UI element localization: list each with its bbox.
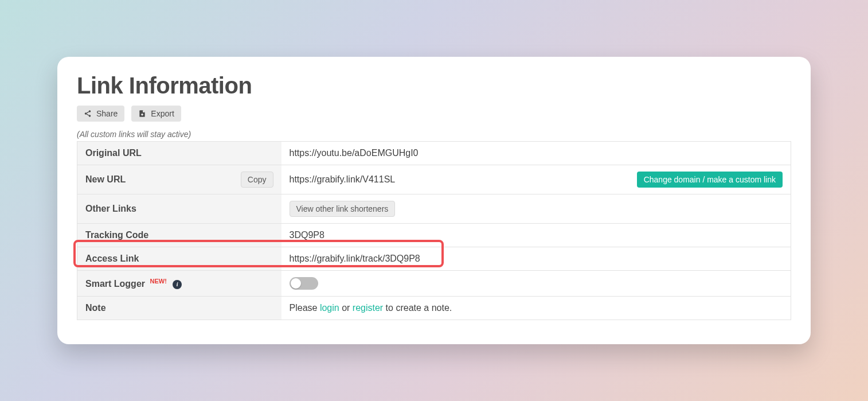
label-new-url: New URL Copy — [77, 165, 281, 194]
toggle-knob — [291, 278, 301, 289]
row-note: Note Please login or register to create … — [77, 297, 791, 320]
note-before: Please — [290, 303, 320, 313]
label-smart-logger: Smart Logger NEW! i — [77, 271, 281, 297]
export-icon — [138, 110, 146, 118]
value-access-link: https://grabify.link/track/3DQ9P8 — [281, 247, 791, 271]
info-table-wrapper: Original URL https://youtu.be/aDoEMGUHgI… — [77, 141, 791, 320]
login-link[interactable]: login — [320, 303, 339, 313]
value-tracking-code: 3DQ9P8 — [281, 224, 791, 247]
label-original-url: Original URL — [77, 142, 281, 165]
value-new-url: https://grabify.link/V411SL — [290, 174, 396, 185]
info-table: Original URL https://youtu.be/aDoEMGUHgI… — [77, 141, 791, 320]
row-tracking-code: Tracking Code 3DQ9P8 — [77, 224, 791, 247]
value-other-links: View other link shorteners — [281, 194, 791, 224]
copy-button[interactable]: Copy — [241, 172, 273, 188]
smart-logger-toggle[interactable] — [290, 277, 318, 290]
export-button[interactable]: Export — [131, 106, 181, 122]
label-other-links: Other Links — [77, 194, 281, 224]
page-title: Link Information — [77, 73, 791, 99]
share-icon — [84, 110, 92, 118]
label-smart-logger-text: Smart Logger — [85, 279, 145, 289]
value-original-url: https://youtu.be/aDoEMGUHgI0 — [281, 142, 791, 165]
row-new-url: New URL Copy https://grabify.link/V411SL… — [77, 165, 791, 194]
label-note: Note — [77, 297, 281, 320]
label-tracking-code: Tracking Code — [77, 224, 281, 247]
row-smart-logger: Smart Logger NEW! i — [77, 271, 791, 297]
note-middle: or — [339, 303, 353, 313]
share-button[interactable]: Share — [77, 106, 124, 122]
value-smart-logger — [281, 271, 791, 297]
row-original-url: Original URL https://youtu.be/aDoEMGUHgI… — [77, 142, 791, 165]
svg-point-0 — [89, 110, 91, 112]
toolbar: Share Export — [77, 106, 791, 122]
row-access-link: Access Link https://grabify.link/track/3… — [77, 247, 791, 271]
label-access-link: Access Link — [77, 247, 281, 271]
change-domain-button[interactable]: Change domain / make a custom link — [637, 172, 783, 188]
subnote: (All custom links will stay active) — [77, 130, 791, 139]
register-link[interactable]: register — [353, 303, 383, 313]
row-other-links: Other Links View other link shorteners — [77, 194, 791, 224]
info-icon[interactable]: i — [173, 280, 182, 289]
svg-point-2 — [89, 115, 91, 117]
view-other-shorteners-button[interactable]: View other link shorteners — [290, 201, 396, 217]
note-after: to create a note. — [383, 303, 452, 313]
export-button-label: Export — [151, 109, 174, 118]
link-information-card: Link Information Share Export (All custo… — [57, 57, 811, 344]
new-badge: NEW! — [150, 278, 166, 285]
value-note: Please login or register to create a not… — [281, 297, 791, 320]
value-new-url-cell: https://grabify.link/V411SL Change domai… — [281, 165, 791, 194]
label-new-url-text: New URL — [85, 174, 126, 185]
svg-point-1 — [85, 112, 87, 115]
share-button-label: Share — [96, 109, 118, 118]
